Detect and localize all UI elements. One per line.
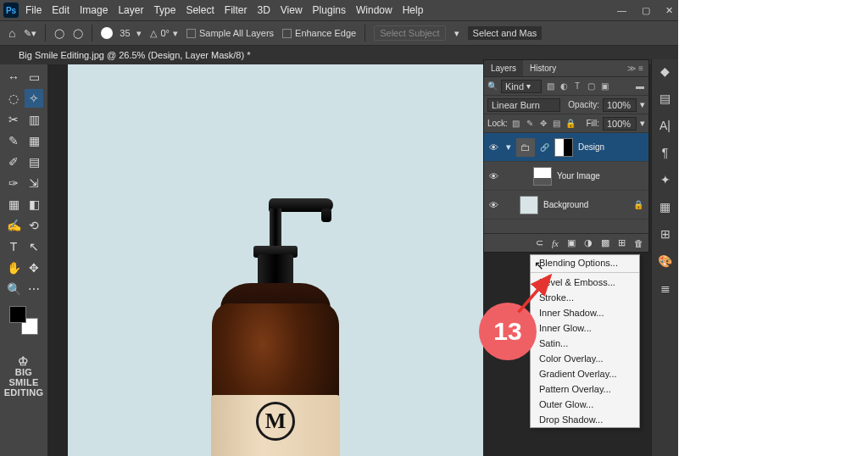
menu-layer[interactable]: Layer (118, 4, 143, 16)
menu-stroke[interactable]: Stroke... (531, 290, 639, 305)
home-icon[interactable]: ⌂ (8, 26, 15, 40)
lock-pos-icon[interactable]: ✥ (538, 119, 548, 128)
menu-image[interactable]: Image (80, 4, 108, 16)
shape-tool[interactable]: ✥ (25, 259, 43, 277)
menu-gradient-overlay[interactable]: Gradient Overlay... (531, 366, 639, 381)
select-subject-button[interactable]: Select Subject (374, 25, 445, 41)
type-tool[interactable]: T (4, 237, 23, 256)
panel-icon-swatches[interactable]: ▦ (659, 200, 670, 214)
menu-blending-options[interactable]: Blending Options... (531, 255, 639, 270)
quick-select-tool[interactable]: ✧ (25, 89, 43, 108)
crop-tool[interactable]: ✂ (4, 110, 23, 129)
panel-icon-color[interactable]: 🎨 (658, 254, 672, 268)
visibility-icon[interactable]: 👁 (489, 200, 501, 210)
visibility-icon[interactable]: 👁 (489, 171, 501, 181)
panel-menu-icon[interactable]: ≫ ≡ (627, 64, 648, 73)
layer-row-your-image[interactable]: 👁 Your Image (484, 162, 648, 191)
artboard-tool[interactable]: ▭ (25, 68, 43, 86)
fx-button[interactable]: fx (552, 238, 559, 248)
foreground-color-swatch[interactable] (9, 306, 26, 323)
add-selection-icon[interactable]: ◯ (54, 28, 64, 39)
panel-icon-adjust[interactable]: ▤ (659, 92, 670, 105)
visibility-icon[interactable]: 👁 (489, 142, 501, 153)
gradient-tool[interactable]: ▦ (4, 195, 23, 214)
menu-select[interactable]: Select (186, 4, 214, 16)
dodge-tool[interactable]: ⟲ (25, 216, 43, 235)
filter-smart-icon[interactable]: ▣ (599, 81, 609, 91)
lock-nest-icon[interactable]: ▤ (552, 119, 562, 128)
lasso-tool[interactable]: ◌ (4, 89, 23, 108)
filter-type-icon[interactable]: T (572, 81, 582, 91)
layer-mask-thumb[interactable] (554, 138, 573, 157)
new-layer-button[interactable]: ⊞ (618, 237, 626, 248)
tab-history[interactable]: History (523, 60, 563, 76)
eyedropper-tool[interactable]: ✎ (4, 131, 23, 150)
menu-inner-shadow[interactable]: Inner Shadow... (531, 305, 639, 320)
delete-layer-button[interactable]: 🗑 (634, 238, 643, 248)
layer-thumb[interactable] (520, 196, 538, 214)
panel-icon-libraries[interactable]: ≣ (660, 281, 670, 295)
layer-name[interactable]: Your Image (557, 171, 600, 181)
menu-plugins[interactable]: Plugins (313, 4, 346, 16)
sample-all-layers-checkbox[interactable]: Sample All Layers (186, 28, 274, 38)
menu-3d[interactable]: 3D (257, 4, 270, 16)
hand-tool[interactable]: ✋ (4, 259, 23, 277)
enhance-edge-checkbox[interactable]: Enhance Edge (282, 28, 356, 38)
menu-drop-shadow[interactable]: Drop Shadow... (531, 412, 639, 427)
filter-adjust-icon[interactable]: ◐ (559, 81, 569, 91)
window-maximize-button[interactable]: ▢ (642, 5, 650, 16)
tool-preset-icon[interactable]: ✎▾ (24, 28, 36, 39)
layer-name[interactable]: Background (543, 200, 588, 209)
move-tool[interactable]: ↔ (4, 68, 23, 86)
menu-outer-glow[interactable]: Outer Glow... (531, 397, 639, 412)
lock-all-icon[interactable]: 🔒 (565, 119, 576, 128)
menu-pattern-overlay[interactable]: Pattern Overlay... (531, 381, 639, 397)
adjustment-button[interactable]: ◑ (584, 237, 593, 248)
brush-angle[interactable]: △ 0°▾ (150, 28, 178, 39)
menu-type[interactable]: Type (153, 4, 175, 16)
eraser-tool[interactable]: ⇲ (25, 174, 43, 192)
layer-thumb[interactable] (533, 167, 552, 186)
brush-preset[interactable]: 35▾ (101, 27, 142, 39)
menu-window[interactable]: Window (356, 4, 392, 16)
filter-shape-icon[interactable]: ▢ (586, 81, 596, 91)
clone-tool[interactable]: ▤ (25, 153, 43, 171)
menu-satin[interactable]: Satin... (531, 336, 639, 351)
window-close-button[interactable]: ✕ (665, 5, 673, 16)
blur-tool[interactable]: ◧ (25, 195, 43, 214)
blend-mode-select[interactable]: Linear Burn (487, 98, 560, 112)
path-select-tool[interactable]: ↖ (25, 237, 43, 256)
menu-filter[interactable]: Filter (225, 4, 248, 16)
panel-icon-patterns[interactable]: ⊞ (660, 227, 670, 241)
group-button[interactable]: ▩ (601, 237, 609, 248)
pen-tool[interactable]: ✍ (4, 216, 23, 235)
layer-name[interactable]: Design (578, 142, 604, 152)
panel-icon-paragraph[interactable]: ¶ (662, 146, 669, 159)
expand-icon[interactable]: ▾ (506, 142, 511, 153)
filter-toggle-icon[interactable]: ▬ (635, 81, 645, 91)
panel-icon-styles[interactable]: ✦ (660, 173, 670, 186)
zoom-tool[interactable]: 🔍 (4, 280, 23, 298)
layer-kind-filter[interactable]: Kind ▾ (501, 80, 542, 93)
lock-paint-icon[interactable]: ✎ (525, 119, 535, 128)
fill-input[interactable]: 100% (603, 117, 637, 131)
sub-selection-icon[interactable]: ◯ (73, 28, 83, 39)
menu-color-overlay[interactable]: Color Overlay... (531, 351, 639, 366)
menu-bevel-emboss[interactable]: Bevel & Emboss... (531, 275, 639, 290)
menu-file[interactable]: File (25, 4, 42, 16)
filter-pixel-icon[interactable]: ▧ (545, 81, 555, 91)
mask-button[interactable]: ▣ (567, 237, 576, 248)
opacity-input[interactable]: 100% (603, 98, 637, 112)
menu-edit[interactable]: Edit (52, 4, 70, 16)
panel-icon-layers[interactable]: ◆ (660, 64, 670, 78)
lock-trans-icon[interactable]: ▧ (511, 119, 521, 128)
layer-row-design[interactable]: 👁 ▾ 🗀 🔗 Design (484, 133, 648, 162)
select-and-mask-button[interactable]: Select and Mas (468, 26, 542, 40)
tab-layers[interactable]: Layers (484, 60, 523, 76)
color-swatches[interactable] (9, 306, 38, 335)
panel-icon-character[interactable]: A| (659, 119, 670, 132)
patch-tool[interactable]: ▦ (25, 131, 43, 150)
frame-tool[interactable]: ▥ (25, 110, 43, 129)
menu-inner-glow[interactable]: Inner Glow... (531, 320, 639, 336)
menu-help[interactable]: Help (403, 4, 424, 16)
